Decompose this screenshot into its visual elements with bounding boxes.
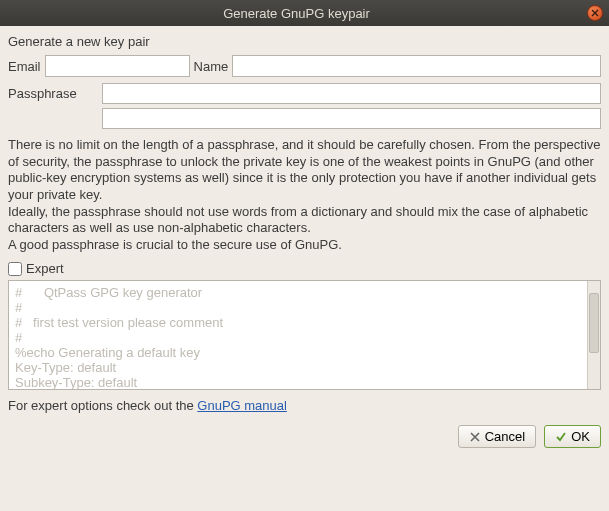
- passphrase-confirm-input[interactable]: [102, 108, 601, 129]
- passphrase-input[interactable]: [102, 83, 601, 104]
- window-title: Generate GnuPG keypair: [6, 6, 587, 21]
- close-icon: [591, 9, 599, 17]
- expert-textarea[interactable]: # QtPass GPG key generator # # first tes…: [9, 281, 587, 389]
- scrollbar[interactable]: [587, 281, 600, 389]
- help-text: There is no limit on the length of a pas…: [8, 137, 601, 253]
- cancel-icon: [469, 431, 481, 443]
- cancel-button-label: Cancel: [485, 429, 525, 444]
- gnupg-manual-link[interactable]: GnuPG manual: [197, 398, 287, 413]
- name-label: Name: [194, 59, 229, 74]
- expert-textarea-wrap: # QtPass GPG key generator # # first tes…: [8, 280, 601, 390]
- titlebar: Generate GnuPG keypair: [0, 0, 609, 26]
- cancel-button[interactable]: Cancel: [458, 425, 536, 448]
- passphrase-label: Passphrase: [8, 83, 96, 101]
- ok-icon: [555, 431, 567, 443]
- expert-checkbox[interactable]: [8, 262, 22, 276]
- email-label: Email: [8, 59, 41, 74]
- expert-hint: For expert options check out the GnuPG m…: [8, 398, 601, 413]
- ok-button[interactable]: OK: [544, 425, 601, 448]
- expert-label: Expert: [26, 261, 64, 276]
- expert-hint-prefix: For expert options check out the: [8, 398, 197, 413]
- page-heading: Generate a new key pair: [8, 34, 601, 49]
- name-input[interactable]: [232, 55, 601, 77]
- scrollbar-thumb[interactable]: [589, 293, 599, 353]
- close-button[interactable]: [587, 5, 603, 21]
- ok-button-label: OK: [571, 429, 590, 444]
- email-input[interactable]: [45, 55, 190, 77]
